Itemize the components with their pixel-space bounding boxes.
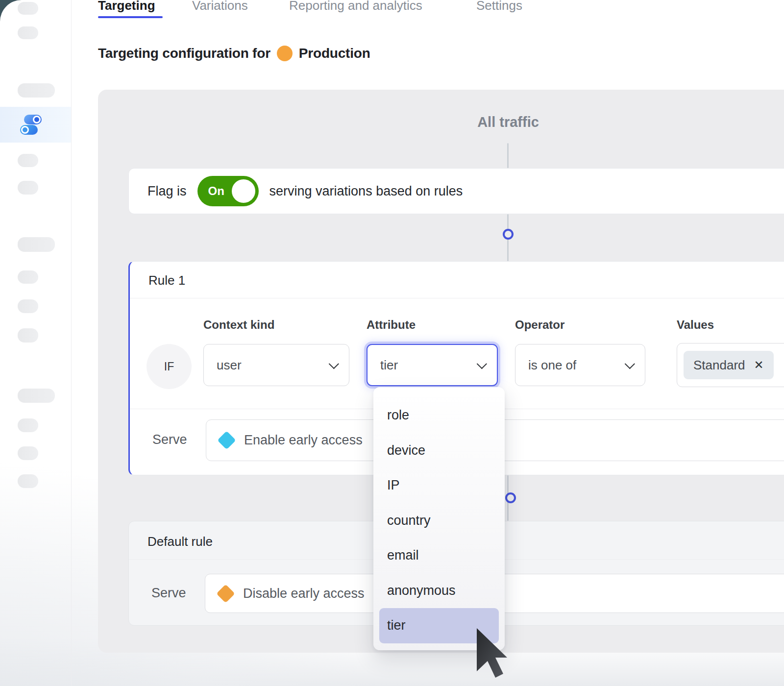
flag-toggle-label: On: [208, 184, 224, 198]
environment-dot-icon: [277, 46, 293, 61]
connector-node-icon: [505, 492, 516, 503]
tab-bar: Targeting Variations Reporting and analy…: [98, 0, 637, 20]
sidebar-skeleton-item: [18, 270, 38, 284]
active-tab-underline: [98, 16, 163, 18]
app-window: Targeting Variations Reporting and analy…: [0, 0, 784, 686]
environment-name: Production: [299, 46, 370, 61]
dropdown-item-device[interactable]: device: [379, 433, 499, 468]
default-serve-value: Disable early access: [243, 586, 365, 601]
attribute-dropdown-menu: roledeviceIPcountryemailanonymoustier: [373, 387, 505, 650]
flag-toggle-knob: [232, 179, 255, 203]
sidebar: [0, 0, 72, 686]
flag-status-prefix: Flag is: [147, 184, 187, 199]
chevron-down-icon: [625, 359, 635, 369]
context-kind-select[interactable]: user: [203, 344, 349, 386]
attribute-select[interactable]: tier: [367, 344, 498, 386]
dropdown-item-tier[interactable]: tier: [379, 608, 499, 643]
flag-toggle[interactable]: On: [197, 176, 259, 206]
page-title-text: Targeting configuration for: [98, 46, 270, 61]
attribute-value: tier: [380, 358, 398, 373]
sidebar-skeleton-item: [18, 2, 38, 15]
serve-label: Serve: [152, 432, 187, 447]
feature-flags-toggles-icon: [19, 115, 44, 135]
page-title: Targeting configuration for Production: [98, 46, 370, 61]
flag-status-card: Flag is On serving variations based on r…: [128, 168, 784, 214]
connector-line: [507, 143, 509, 168]
sidebar-skeleton-item: [18, 154, 38, 167]
dropdown-item-country[interactable]: country: [379, 503, 499, 539]
tab-settings[interactable]: Settings: [476, 0, 522, 13]
sidebar-item-targeting-active[interactable]: [0, 107, 71, 143]
sidebar-skeleton-item: [18, 418, 38, 432]
chevron-down-icon: [477, 359, 487, 369]
connector-node-icon: [503, 229, 514, 240]
dropdown-item-role[interactable]: role: [379, 398, 499, 433]
tab-reporting-and-analytics[interactable]: Reporting and analytics: [289, 0, 422, 13]
rule-title: Rule 1: [130, 262, 784, 288]
dropdown-item-anonymous[interactable]: anonymous: [379, 573, 499, 609]
sidebar-skeleton-item: [18, 474, 38, 488]
sidebar-skeleton-item: [18, 446, 38, 460]
sidebar-skeleton-item: [18, 389, 55, 403]
divider: [130, 298, 784, 298]
field-label-values: Values: [677, 318, 714, 332]
field-label-context-kind: Context kind: [203, 318, 274, 332]
operator-select[interactable]: is one of: [515, 344, 645, 386]
sidebar-skeleton-item: [18, 83, 55, 98]
tab-variations[interactable]: Variations: [192, 0, 248, 13]
rule-serve-value: Enable early access: [244, 433, 363, 448]
chevron-down-icon: [329, 359, 339, 369]
tab-targeting[interactable]: Targeting: [98, 0, 155, 13]
variation-diamond-icon: [217, 431, 236, 449]
sidebar-skeleton-item: [18, 26, 38, 39]
dropdown-item-IP[interactable]: IP: [379, 468, 499, 503]
if-badge: IF: [147, 344, 192, 389]
field-label-attribute: Attribute: [367, 318, 416, 332]
sidebar-skeleton-item: [18, 328, 38, 343]
flag-status-suffix: serving variations based on rules: [270, 184, 463, 199]
values-input[interactable]: Standard ✕: [677, 343, 784, 387]
value-chip-label: Standard: [693, 358, 745, 373]
sidebar-skeleton-item: [18, 299, 38, 313]
serve-label: Serve: [151, 586, 186, 601]
all-traffic-label: All traffic: [477, 114, 539, 130]
operator-value: is one of: [528, 358, 576, 373]
variation-diamond-icon: [216, 584, 235, 603]
sidebar-skeleton-item: [18, 181, 38, 195]
context-kind-value: user: [217, 358, 242, 373]
chip-remove-icon[interactable]: ✕: [754, 358, 764, 372]
field-label-operator: Operator: [515, 318, 564, 332]
value-chip-standard[interactable]: Standard ✕: [684, 351, 774, 379]
dropdown-item-email[interactable]: email: [379, 538, 499, 573]
sidebar-skeleton-item: [18, 237, 55, 252]
